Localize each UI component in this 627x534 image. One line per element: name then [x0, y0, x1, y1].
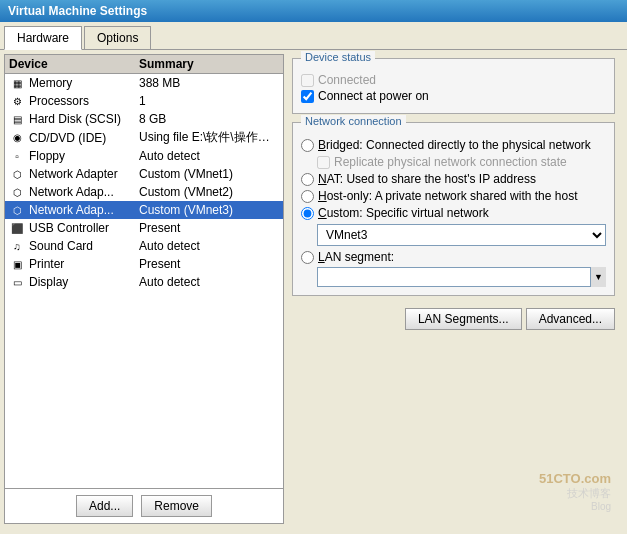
- device-icon: ⬡: [9, 166, 25, 182]
- tab-hardware[interactable]: Hardware: [4, 26, 82, 50]
- lan-dropdown-icon[interactable]: ▼: [590, 267, 606, 287]
- tab-options[interactable]: Options: [84, 26, 151, 49]
- replicate-checkbox[interactable]: [317, 156, 330, 169]
- lan-segment-radio-label: LAN segment:: [318, 250, 394, 264]
- add-button[interactable]: Add...: [76, 495, 133, 517]
- custom-radio[interactable]: [301, 207, 314, 220]
- device-icon: ⬛: [9, 220, 25, 236]
- custom-label: Custom: Specific virtual network: [318, 206, 489, 220]
- custom-network-select-row: VMnet3: [317, 224, 606, 246]
- custom-network-select[interactable]: VMnet3: [317, 224, 606, 246]
- watermark: 51CTO.com 技术博客 Blog: [539, 471, 611, 512]
- connect-at-power-on-label: Connect at power on: [318, 89, 429, 103]
- lan-segments-button[interactable]: LAN Segments...: [405, 308, 522, 330]
- device-icon: ♫: [9, 238, 25, 254]
- watermark-line1: 51CTO.com: [539, 471, 611, 486]
- nat-label: NAT: Used to share the host's IP address: [318, 172, 536, 186]
- device-row[interactable]: ⬡ Network Adapter Custom (VMnet1): [5, 165, 283, 183]
- device-list-header: Device Summary: [5, 55, 283, 74]
- lan-segment-row: LAN segment:: [301, 250, 606, 264]
- device-row[interactable]: ⬡ Network Adap... Custom (VMnet2): [5, 183, 283, 201]
- lan-input-wrapper: ▼: [317, 267, 606, 287]
- custom-network-select-wrapper: VMnet3: [317, 224, 606, 246]
- replicate-label: Replicate physical network connection st…: [334, 155, 567, 169]
- device-summary: Auto detect: [139, 149, 279, 163]
- device-summary: Auto detect: [139, 239, 279, 253]
- device-name: Processors: [29, 94, 139, 108]
- network-connection-group: Network connection Bridged: Connected di…: [292, 122, 615, 296]
- device-summary: Present: [139, 257, 279, 271]
- device-row[interactable]: ♫ Sound Card Auto detect: [5, 237, 283, 255]
- replicate-row: Replicate physical network connection st…: [317, 155, 606, 169]
- title-label: Virtual Machine Settings: [8, 4, 147, 18]
- remove-button[interactable]: Remove: [141, 495, 212, 517]
- lan-segment-radio[interactable]: [301, 251, 314, 264]
- nat-radio[interactable]: [301, 173, 314, 186]
- connected-checkbox[interactable]: [301, 74, 314, 87]
- device-icon: ▣: [9, 256, 25, 272]
- device-name: Sound Card: [29, 239, 139, 253]
- right-panel: Device status Connected Connect at power…: [284, 54, 623, 524]
- device-summary: Auto detect: [139, 275, 279, 289]
- left-panel: Device Summary ▦ Memory 388 MB ⚙ Process…: [4, 54, 284, 524]
- device-icon: ▫: [9, 148, 25, 164]
- device-name: USB Controller: [29, 221, 139, 235]
- device-list: ▦ Memory 388 MB ⚙ Processors 1 ▤ Hard Di…: [5, 74, 283, 488]
- device-name: Network Adapter: [29, 167, 139, 181]
- connected-row: Connected: [301, 73, 606, 87]
- device-summary: Custom (VMnet1): [139, 167, 279, 181]
- device-row[interactable]: ⬡ Network Adap... Custom (VMnet3): [5, 201, 283, 219]
- custom-row: Custom: Specific virtual network: [301, 206, 606, 220]
- device-row[interactable]: ⚙ Processors 1: [5, 92, 283, 110]
- bridged-label: Bridged: Connected directly to the physi…: [318, 138, 591, 152]
- device-summary: Custom (VMnet2): [139, 185, 279, 199]
- device-summary: Present: [139, 221, 279, 235]
- device-row[interactable]: ▫ Floppy Auto detect: [5, 147, 283, 165]
- connect-at-power-on-row: Connect at power on: [301, 89, 606, 103]
- device-name: Network Adap...: [29, 203, 139, 217]
- lan-segment-input[interactable]: [317, 267, 606, 287]
- device-icon: ⚙: [9, 93, 25, 109]
- network-connection-title: Network connection: [301, 115, 406, 127]
- hostonly-radio[interactable]: [301, 190, 314, 203]
- device-row[interactable]: ▭ Display Auto detect: [5, 273, 283, 291]
- device-icon: ⬡: [9, 202, 25, 218]
- device-row[interactable]: ▣ Printer Present: [5, 255, 283, 273]
- device-icon: ⬡: [9, 184, 25, 200]
- device-row[interactable]: ▤ Hard Disk (SCSI) 8 GB: [5, 110, 283, 128]
- title-bar: Virtual Machine Settings: [0, 0, 627, 22]
- watermark-line2: 技术博客: [539, 486, 611, 501]
- device-name: CD/DVD (IDE): [29, 131, 139, 145]
- device-icon: ▭: [9, 274, 25, 290]
- tab-bar: Hardware Options: [0, 22, 627, 50]
- device-summary: 388 MB: [139, 76, 279, 90]
- connect-at-power-on-checkbox[interactable]: [301, 90, 314, 103]
- action-buttons-row: LAN Segments... Advanced...: [292, 308, 615, 330]
- device-summary: Using file E:\软件\操作系统\...: [139, 129, 279, 146]
- device-name: Hard Disk (SCSI): [29, 112, 139, 126]
- device-col-header: Device: [9, 57, 139, 71]
- device-row[interactable]: ▦ Memory 388 MB: [5, 74, 283, 92]
- device-summary: 1: [139, 94, 279, 108]
- device-name: Memory: [29, 76, 139, 90]
- device-status-title: Device status: [301, 51, 375, 63]
- device-row[interactable]: ◉ CD/DVD (IDE) Using file E:\软件\操作系统\...: [5, 128, 283, 147]
- device-name: Network Adap...: [29, 185, 139, 199]
- watermark-line3: Blog: [539, 501, 611, 512]
- advanced-button[interactable]: Advanced...: [526, 308, 615, 330]
- bridged-row: Bridged: Connected directly to the physi…: [301, 138, 606, 152]
- device-icon: ▤: [9, 111, 25, 127]
- summary-col-header: Summary: [139, 57, 279, 71]
- device-name: Floppy: [29, 149, 139, 163]
- device-summary: 8 GB: [139, 112, 279, 126]
- bridged-radio[interactable]: [301, 139, 314, 152]
- device-icon: ◉: [9, 130, 25, 146]
- device-name: Display: [29, 275, 139, 289]
- device-row[interactable]: ⬛ USB Controller Present: [5, 219, 283, 237]
- device-name: Printer: [29, 257, 139, 271]
- connected-label: Connected: [318, 73, 376, 87]
- hostonly-row: Host-only: A private network shared with…: [301, 189, 606, 203]
- left-bottom: Add... Remove: [5, 488, 283, 523]
- hostonly-label: Host-only: A private network shared with…: [318, 189, 577, 203]
- device-status-group: Device status Connected Connect at power…: [292, 58, 615, 114]
